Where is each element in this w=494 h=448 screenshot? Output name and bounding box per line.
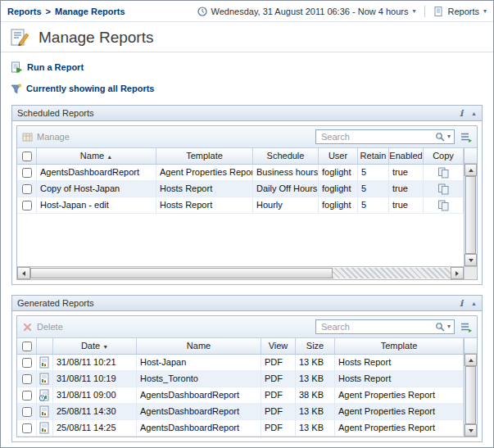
row-checkbox[interactable] <box>22 423 32 433</box>
row-checkbox-cell <box>17 404 37 420</box>
select-all-checkbox[interactable] <box>22 152 32 161</box>
report-page-icon <box>434 7 443 16</box>
column-header-date[interactable]: Date▼ <box>53 338 137 354</box>
table-row[interactable]: 31/08/11 10:19 Hosts_Toronto PDF 13 KB H… <box>17 371 464 387</box>
delete-button[interactable]: Delete <box>22 322 63 333</box>
table-row[interactable]: Copy of Host-Japan Hosts Report Daily Of… <box>17 181 464 197</box>
scrollbar-track[interactable] <box>465 176 477 254</box>
column-header-enabled[interactable]: Enabled <box>389 148 424 164</box>
cell-view[interactable]: PDF <box>261 404 296 420</box>
reports-menu-dropdown-icon[interactable]: ▾ <box>483 8 487 15</box>
cell-view[interactable]: PDF <box>261 387 296 404</box>
scroll-right-button[interactable] <box>451 267 464 279</box>
cell-view[interactable]: PDF <box>261 420 296 437</box>
horizontal-scrollbar[interactable] <box>17 266 477 279</box>
table-row[interactable]: 31/08/11 09:00 AgentsDashboardReport PDF… <box>17 387 464 404</box>
row-checkbox[interactable] <box>22 184 32 194</box>
row-checkbox[interactable] <box>22 358 32 368</box>
column-header-view[interactable]: View <box>261 338 296 354</box>
title-bar: Manage Reports <box>1 22 493 52</box>
report-file-icon[interactable] <box>39 422 51 434</box>
breadcrumb-separator-icon: > <box>46 7 51 16</box>
scroll-down-button[interactable] <box>465 424 477 437</box>
scrollbar-thumb[interactable] <box>465 176 476 254</box>
scheduled-report-file-icon[interactable] <box>39 389 51 401</box>
manage-reports-page: Reports > Manage Reports Wednesday, 31 A… <box>0 0 494 448</box>
row-checkbox[interactable] <box>22 201 32 210</box>
column-header-template[interactable]: Template <box>156 148 253 164</box>
cell-enabled: true <box>389 165 424 181</box>
scroll-up-button[interactable] <box>465 354 477 366</box>
row-checkbox-cell <box>17 181 37 197</box>
table-row[interactable]: Host-Japan - edit Hosts Report Hourly fo… <box>17 197 464 214</box>
scroll-left-button[interactable] <box>17 267 30 279</box>
report-file-icon[interactable] <box>39 405 51 418</box>
scrollbar-track[interactable] <box>30 267 451 279</box>
scheduled-grid: Manage ▾ <box>16 125 478 280</box>
row-icon-cell <box>37 355 53 371</box>
vertical-scrollbar[interactable] <box>464 338 477 437</box>
row-checkbox[interactable] <box>22 168 32 178</box>
copy-icon[interactable] <box>437 183 450 195</box>
time-range-selector[interactable]: Wednesday, 31 August 2011 06:36 - Now 4 … <box>197 7 416 16</box>
column-header-size[interactable]: Size <box>296 338 335 354</box>
column-header-template[interactable]: Template <box>335 338 464 354</box>
column-header-schedule[interactable]: Schedule <box>253 148 319 164</box>
search-input[interactable] <box>320 131 433 143</box>
info-icon[interactable]: i <box>460 108 463 119</box>
manage-label: Manage <box>37 132 70 142</box>
cell-size: 38 KB <box>296 387 335 404</box>
table-row[interactable]: 25/08/11 14:30 AgentsDashboardReport PDF… <box>17 404 464 420</box>
vertical-scrollbar[interactable] <box>464 148 477 266</box>
table-row[interactable]: AgentsDashboardReport Agent Properties R… <box>17 165 464 181</box>
row-icon-cell <box>37 404 53 420</box>
grid-settings-icon[interactable] <box>460 322 472 333</box>
column-header-name[interactable]: Name <box>137 338 261 354</box>
copy-icon[interactable] <box>437 167 450 179</box>
manage-icon <box>22 132 33 143</box>
row-checkbox[interactable] <box>22 374 32 384</box>
reports-menu[interactable]: Reports ▾ <box>434 7 487 16</box>
select-all-checkbox[interactable] <box>22 342 32 351</box>
grid-settings-icon[interactable] <box>460 132 472 143</box>
row-checkbox[interactable] <box>22 391 32 400</box>
report-file-icon[interactable] <box>39 373 51 385</box>
cell-retain: 5 <box>358 181 389 197</box>
row-icon-cell <box>37 420 53 437</box>
scrollbar-track[interactable] <box>465 366 477 424</box>
copy-icon[interactable] <box>437 200 450 211</box>
cell-view[interactable]: PDF <box>261 355 296 371</box>
cell-view[interactable]: PDF <box>261 371 296 387</box>
search-icon[interactable] <box>435 132 445 142</box>
column-header-name[interactable]: Name▲ <box>37 148 156 164</box>
breadcrumb-reports[interactable]: Reports <box>7 7 42 16</box>
down-arrow-icon <box>469 429 474 432</box>
cell-size: 13 KB <box>296 404 335 420</box>
row-checkbox-cell <box>17 387 37 404</box>
search-dropdown-icon[interactable]: ▾ <box>447 133 451 140</box>
scrollbar-thumb[interactable] <box>465 366 476 424</box>
column-header-user[interactable]: User <box>319 148 358 164</box>
run-a-report-link[interactable]: Run a Report <box>11 61 493 74</box>
search-input[interactable] <box>320 321 433 333</box>
info-icon[interactable]: i <box>460 298 463 309</box>
manage-button[interactable]: Manage <box>22 132 70 143</box>
cell-name: Copy of Host-Japan <box>37 181 156 197</box>
cell-template: Hosts Report <box>335 371 464 387</box>
report-file-icon[interactable] <box>39 356 51 369</box>
table-row[interactable]: 25/08/11 14:25 AgentsDashboardReport PDF… <box>17 420 464 437</box>
delete-icon <box>22 322 33 333</box>
table-row[interactable]: 31/08/11 10:21 Host-Japan PDF 13 KB Host… <box>17 355 464 371</box>
column-header-copy[interactable]: Copy <box>424 148 464 164</box>
row-checkbox[interactable] <box>22 407 32 417</box>
scrollbar-thumb[interactable] <box>30 268 333 278</box>
time-range-dropdown-icon[interactable]: ▾ <box>412 8 415 15</box>
search-dropdown-icon[interactable]: ▾ <box>447 324 451 330</box>
scroll-down-button[interactable] <box>465 254 477 266</box>
scroll-up-button[interactable] <box>465 164 477 176</box>
collapse-icon[interactable]: ▲ <box>471 111 477 116</box>
manage-reports-icon <box>9 27 30 48</box>
search-icon[interactable] <box>435 322 445 332</box>
collapse-icon[interactable]: ▲ <box>471 301 477 306</box>
column-header-retain[interactable]: Retain <box>358 148 389 164</box>
